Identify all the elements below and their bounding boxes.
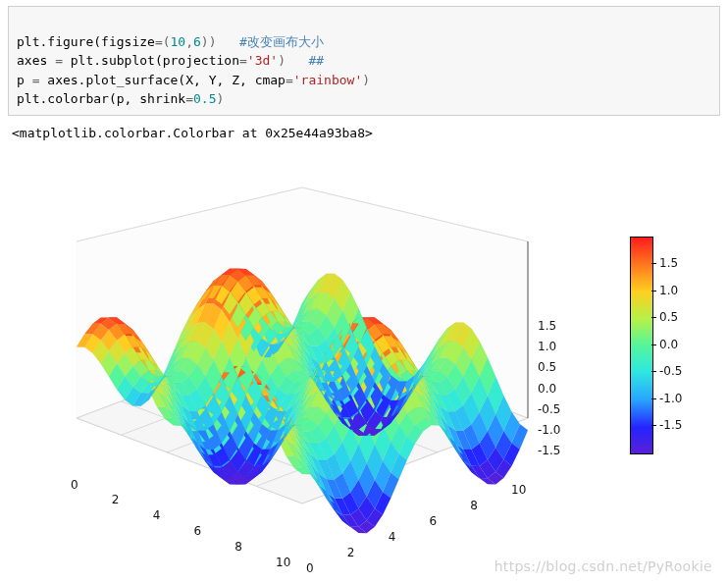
num: 10 [171, 34, 186, 49]
comment: ## [308, 53, 324, 68]
x-tick: 6 [193, 524, 201, 538]
string: 'rainbow' [293, 73, 362, 87]
op-paren: ) [362, 73, 370, 87]
x-tick: 2 [112, 493, 120, 506]
watermark: https://blog.csdn.net/PyRookie [494, 558, 712, 574]
colorbar-tick-line [651, 344, 656, 345]
x-tick: 4 [153, 508, 161, 522]
op-comma: , [185, 34, 193, 49]
colorbar-tick-line [651, 425, 656, 426]
num: 0.5 [193, 91, 216, 106]
y-tick: 0 [306, 561, 314, 575]
y-tick: 8 [470, 499, 478, 512]
z-tick: -0.5 [538, 402, 560, 416]
colorbar-tick: 1.5 [659, 256, 678, 270]
code-text: plt.subplot(projection [63, 53, 239, 68]
z-tick: 1.5 [538, 319, 556, 333]
op-eq: = [286, 73, 293, 87]
string: '3d' [247, 53, 278, 68]
colorbar-tick: 0.5 [659, 310, 678, 324]
x-tick: 10 [276, 556, 290, 569]
colorbar-tick: 1.0 [659, 284, 678, 297]
colorbar-tick-line [651, 263, 656, 264]
op-paren: )) [201, 34, 239, 49]
z-tick: 0.0 [538, 382, 556, 396]
surface-plot [8, 148, 616, 560]
z-tick: 1.0 [538, 340, 556, 353]
colorbar [630, 237, 653, 454]
op-eq: = [239, 53, 247, 68]
colorbar-tick-line [651, 291, 656, 292]
plot-area: 1.51.00.50.0-0.5-1.0-1.5 0246810 0246810… [8, 148, 720, 580]
x-tick: 0 [71, 478, 78, 492]
colorbar-tick: -1.0 [659, 392, 682, 405]
code-text: axes [17, 53, 55, 68]
num: 6 [193, 34, 201, 49]
colorbar-tick: 0.0 [659, 338, 678, 351]
colorbar-tick-line [651, 371, 656, 372]
z-tick: -1.5 [538, 444, 560, 457]
x-tick: 8 [234, 540, 242, 554]
code-text: axes.plot_surface(X, Y, Z, cmap [39, 73, 285, 87]
op-eq: = [185, 91, 193, 106]
z-tick: 0.5 [538, 360, 556, 374]
page-root: plt.figure(figsize=(10,6)) #改变画布大小 axes … [0, 0, 728, 583]
colorbar-tick-line [651, 398, 656, 399]
colorbar-tick: -0.5 [659, 364, 682, 378]
colorbar-tick: -1.5 [659, 418, 682, 432]
z-tick: -1.0 [538, 423, 560, 437]
op-paren: ) [217, 91, 225, 106]
op-eq: =( [155, 34, 171, 49]
colorbar-tick-line [651, 317, 656, 318]
y-tick: 4 [389, 530, 396, 544]
y-tick: 2 [347, 546, 355, 559]
code-text: plt.colorbar(p, shrink [17, 91, 185, 106]
output-repr: <matplotlib.colorbar.Colorbar at 0x25e44… [12, 126, 720, 140]
op-paren: ) [278, 53, 308, 68]
code-text: p [17, 73, 32, 87]
code-text: plt.figure(figsize [17, 34, 155, 49]
code-cell: plt.figure(figsize=(10,6)) #改变画布大小 axes … [8, 6, 720, 116]
comment: #改变画布大小 [239, 34, 324, 49]
op-eq: = [55, 53, 63, 68]
y-tick: 10 [511, 483, 526, 497]
y-tick: 6 [429, 514, 437, 528]
